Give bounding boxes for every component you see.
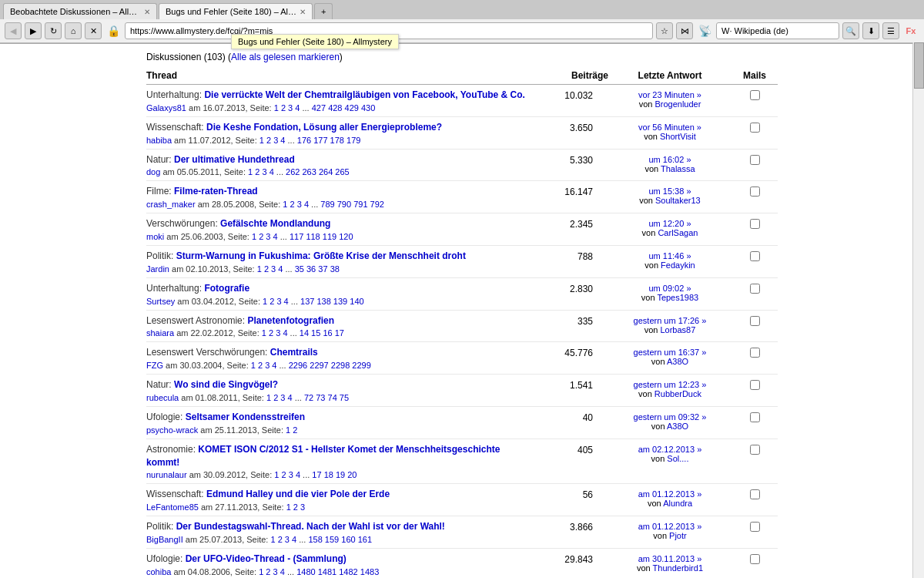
lastpost-user-link[interactable]: ShortVisit — [660, 132, 696, 141]
thread-link[interactable]: Planetenfotografien — [247, 315, 334, 326]
scrollbar-track[interactable] — [912, 42, 924, 578]
author-link[interactable]: moki — [146, 232, 164, 241]
page-link[interactable]: 427 — [312, 103, 326, 113]
page-link[interactable]: 2 — [293, 502, 298, 512]
page-link[interactable]: 139 — [333, 297, 347, 306]
page-link[interactable]: 3 — [273, 136, 278, 145]
page-link[interactable]: 2 — [259, 232, 263, 241]
page-link[interactable]: 3 — [266, 232, 270, 241]
page-link[interactable]: 2 — [290, 200, 295, 209]
author-link[interactable]: nurunalaur — [146, 470, 187, 479]
page-link[interactable]: 1 — [259, 567, 263, 576]
author-link[interactable]: BigBangII — [146, 535, 183, 544]
page-link[interactable]: 791 — [353, 200, 367, 209]
lastpost-time-link[interactable]: gestern um 16:37 » — [634, 348, 707, 357]
mails-checkbox[interactable] — [750, 155, 760, 165]
page-link[interactable]: 263 — [303, 167, 316, 176]
page-link[interactable]: 4 — [283, 328, 287, 338]
lastpost-user-link[interactable]: Thalassa — [661, 164, 695, 173]
page-link[interactable]: 3 — [280, 393, 285, 402]
lastpost-user-link[interactable]: Thunderbird1 — [653, 563, 703, 573]
page-link[interactable]: 2297 — [310, 361, 328, 370]
tab-1-close[interactable]: ✕ — [144, 8, 150, 16]
page-link[interactable]: 38 — [330, 264, 340, 274]
page-link[interactable]: 177 — [313, 136, 327, 145]
page-link[interactable]: 18 — [324, 470, 333, 479]
page-link[interactable]: 158 — [308, 535, 322, 544]
mails-checkbox[interactable] — [750, 380, 760, 390]
page-link[interactable]: 2 — [255, 167, 259, 176]
page-link[interactable]: 1 — [262, 328, 266, 338]
lastpost-time-link[interactable]: um 16:02 » — [648, 155, 691, 164]
page-link[interactable]: 2296 — [289, 361, 307, 370]
thread-link[interactable]: Edmund Halley und die vier Pole der Erde — [206, 489, 390, 499]
page-link[interactable]: 3 — [288, 103, 293, 113]
page-link[interactable]: 2 — [258, 361, 263, 370]
page-link[interactable]: 2299 — [352, 361, 370, 370]
author-link[interactable]: FZG — [146, 361, 163, 370]
mails-checkbox[interactable] — [750, 123, 760, 133]
page-link[interactable]: 4 — [284, 297, 289, 306]
mails-checkbox[interactable] — [750, 489, 760, 499]
page-link[interactable]: 2 — [270, 297, 274, 306]
lastpost-user-link[interactable]: Brogenluder — [654, 99, 701, 109]
page-link[interactable]: 2 — [269, 328, 273, 338]
page-link[interactable]: 20 — [347, 470, 357, 479]
thread-link[interactable]: Chemtrails — [270, 347, 318, 358]
mails-checkbox[interactable] — [750, 90, 760, 100]
page-link[interactable]: 1 — [286, 425, 290, 435]
lastpost-user-link[interactable]: CarlSagan — [658, 228, 698, 237]
page-link[interactable]: 117 — [290, 232, 303, 241]
page-link[interactable]: 1 — [286, 502, 291, 512]
page-link[interactable]: 17 — [335, 328, 344, 338]
page-link[interactable]: 1483 — [360, 567, 379, 576]
page-link[interactable]: 2 — [266, 136, 271, 145]
mails-checkbox[interactable] — [750, 187, 760, 197]
page-link[interactable]: 14 — [300, 328, 309, 338]
bookmark-button[interactable]: ☆ — [656, 22, 673, 39]
page-link[interactable]: 2 — [282, 470, 286, 479]
page-link[interactable]: 789 — [320, 200, 334, 209]
page-link[interactable]: 15 — [311, 328, 320, 338]
page-link[interactable]: 262 — [286, 167, 300, 176]
lastpost-time-link[interactable]: um 11:46 » — [648, 251, 691, 260]
page-link[interactable]: 3 — [285, 535, 290, 544]
page-link[interactable]: 4 — [280, 567, 285, 576]
page-link[interactable]: 1 — [248, 167, 253, 176]
scrollbar-thumb[interactable] — [914, 42, 924, 89]
page-link[interactable]: 4 — [270, 167, 274, 176]
page-link[interactable]: 3 — [289, 470, 293, 479]
lastpost-user-link[interactable]: Sol.... — [667, 454, 688, 463]
refresh-button[interactable]: ↻ — [45, 22, 62, 39]
page-link[interactable]: 1480 — [296, 567, 315, 576]
page-link[interactable]: 4 — [296, 470, 300, 479]
lastpost-user-link[interactable]: Lorbas87 — [660, 325, 695, 334]
thread-link[interactable]: Der UFO-Video-Thread - (Sammlung) — [186, 553, 346, 564]
lastpost-user-link[interactable]: RubberDuck — [654, 389, 701, 398]
page-link[interactable]: 1 — [266, 393, 271, 402]
page-link[interactable]: 36 — [306, 264, 316, 274]
page-link[interactable]: 4 — [295, 103, 300, 113]
page-link[interactable]: 4 — [278, 264, 283, 274]
page-link[interactable]: 19 — [336, 470, 345, 479]
page-link[interactable]: 1 — [251, 361, 256, 370]
home-button[interactable]: ⌂ — [65, 22, 82, 39]
mails-checkbox[interactable] — [750, 445, 760, 455]
author-link[interactable]: cohiba — [146, 567, 171, 576]
lastpost-time-link[interactable]: vor 56 Minuten » — [638, 123, 701, 132]
tab-new[interactable]: + — [314, 3, 333, 19]
page-link[interactable]: 2 — [264, 264, 269, 274]
lastpost-time-link[interactable]: am 01.12.2013 » — [638, 522, 702, 531]
page-link[interactable]: 1482 — [339, 567, 357, 576]
page-link[interactable]: 73 — [316, 393, 325, 402]
thread-link[interactable]: Seltsamer Kondensstreifen — [186, 412, 305, 422]
page-link[interactable]: 2 — [278, 535, 283, 544]
author-link[interactable]: psycho-wrack — [146, 425, 198, 435]
page-link[interactable]: 2298 — [331, 361, 350, 370]
lastpost-user-link[interactable]: Pjotr — [669, 531, 687, 540]
page-link[interactable]: 2 — [266, 567, 270, 576]
thread-link[interactable]: Sturm-Warnung in Fukushima: Größte Krise… — [176, 250, 466, 261]
lastpost-time-link[interactable]: vor 23 Minuten » — [638, 90, 701, 99]
author-link[interactable]: LeFantome85 — [146, 502, 199, 512]
page-link[interactable]: 3 — [265, 361, 270, 370]
